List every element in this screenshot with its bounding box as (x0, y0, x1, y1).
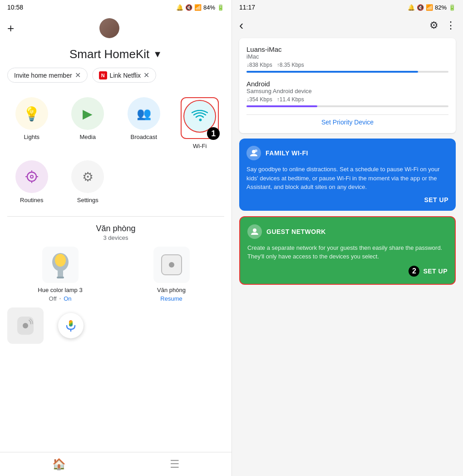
svg-point-8 (55, 254, 66, 267)
family-wifi-card: FAMILY WI-FI Say goodbye to online distr… (239, 139, 456, 211)
guest-network-setup-row: 2 SET UP (247, 266, 448, 277)
settings-button[interactable]: ⚙ (429, 20, 438, 31)
grid-item-media[interactable]: ▶ Media (60, 92, 116, 155)
family-wifi-header: FAMILY WI-FI (246, 146, 448, 160)
vanphong-name: Văn phòng (157, 287, 186, 293)
status-separator: • (59, 296, 61, 301)
right-alarm-icon: 🔔 (408, 4, 415, 11)
luans-imac-stats: ↓838 Kbps ↑8.35 Kbps (246, 62, 448, 68)
lights-label: Lights (24, 134, 39, 140)
media-label: Media (80, 134, 96, 140)
left-top-bar: + (0, 15, 232, 44)
family-wifi-title: FAMILY WI-FI (266, 149, 308, 157)
alarm-icon: 🔔 (176, 4, 183, 11)
step-2-badge: 2 (409, 266, 419, 277)
guest-network-icon (247, 224, 262, 239)
broadcast-circle: 👥 (128, 97, 160, 130)
vanphong-icon-box (153, 247, 190, 283)
back-button[interactable]: ‹ (239, 18, 243, 33)
hue-lamp-icon-box (42, 247, 79, 283)
routines-circle (15, 160, 48, 193)
mic-button[interactable] (58, 313, 84, 338)
grid-item-lights[interactable]: 💡 Lights (4, 92, 60, 155)
right-status-bar: 11:17 🔔 🔇 📶 82% 🔋 (232, 0, 463, 15)
netflix-chip[interactable]: N Link Netflix ✕ (92, 68, 156, 83)
hue-lamp-off-button[interactable]: Off (49, 295, 57, 302)
hue-lamp-name: Hue color lamp 3 (38, 287, 82, 293)
family-wifi-body: Say goodbye to online distractions. Set … (246, 165, 448, 192)
luans-imac-name: Luans-iMac (246, 45, 448, 53)
room-section: Văn phòng 3 devices (0, 218, 232, 241)
vanphong-resume-button[interactable]: Resume (160, 295, 182, 302)
grid-item-broadcast[interactable]: 👥 Broadcast (116, 92, 172, 155)
svg-rect-10 (57, 277, 64, 278)
routines-label: Routines (20, 197, 43, 203)
right-battery-text: 82% (435, 4, 447, 11)
grid-item-settings[interactable]: ⚙ Settings (60, 155, 116, 209)
family-wifi-setup-button[interactable]: SET UP (424, 196, 448, 203)
room-title: Văn phòng (7, 224, 224, 233)
more-options-button[interactable]: ⋮ (446, 20, 456, 31)
right-top-icons: ⚙ ⋮ (429, 20, 456, 31)
mute-icon: 🔇 (185, 4, 192, 11)
invite-chip[interactable]: Invite home member ✕ (7, 68, 88, 83)
avatar[interactable] (99, 18, 119, 38)
svg-point-19 (253, 228, 256, 232)
guest-network-body: Create a separate network for your guest… (247, 243, 448, 261)
netflix-chip-close[interactable]: ✕ (143, 71, 149, 79)
avatar-image (99, 18, 119, 38)
vanphong-status-row: Resume (160, 295, 182, 302)
home-title: Smart HomeKit (69, 47, 149, 61)
android-stats: ↓354 Kbps ↑11.4 Kbps (246, 96, 448, 103)
luans-imac-type: iMac (246, 53, 448, 60)
home-title-row: Smart HomeKit ▼ (0, 47, 232, 61)
wifi-icon-status: 📶 (194, 4, 202, 11)
android-type: Samsung Android device (246, 88, 448, 94)
set-priority-button[interactable]: Set Priority Device (246, 114, 448, 126)
left-status-icons: 🔔 🔇 📶 84% 🔋 (176, 4, 224, 11)
family-wifi-icon (246, 146, 261, 160)
android-name: Android (246, 80, 448, 88)
hue-lamp-on-button[interactable]: On (64, 295, 71, 302)
home-nav-button[interactable]: 🏠 (52, 458, 66, 471)
netflix-icon: N (99, 71, 107, 79)
guest-network-title: GUEST NETWORK (266, 228, 326, 235)
left-time: 10:58 (7, 4, 23, 11)
grid-item-wifi[interactable]: 1 Wi-Fi (172, 92, 228, 155)
left-status-bar: 10:58 🔔 🔇 📶 84% 🔋 (0, 0, 232, 15)
step-1-badge: 1 (207, 127, 220, 140)
luans-imac-item: Luans-iMac iMac ↓838 Kbps ↑8.35 Kbps (246, 45, 448, 73)
family-wifi-setup-row: SET UP (246, 196, 448, 203)
list-nav-button[interactable]: ☰ (170, 458, 180, 471)
wifi-highlight-box: 1 (181, 97, 219, 139)
battery-text: 84% (203, 4, 215, 11)
invite-chip-close[interactable]: ✕ (75, 71, 81, 79)
right-status-icons: 🔔 🔇 📶 82% 🔋 (408, 4, 456, 11)
hue-lamp-card: Hue color lamp 3 Off • On (7, 247, 113, 302)
android-progress-bar (246, 105, 448, 107)
add-button[interactable]: + (7, 21, 14, 35)
right-top-bar: ‹ ⚙ ⋮ (232, 15, 463, 36)
svg-point-6 (31, 176, 33, 178)
guest-network-setup-button[interactable]: SET UP (423, 268, 448, 275)
settings-label: Settings (77, 197, 99, 203)
svg-point-18 (255, 149, 257, 152)
grid-divider (7, 216, 224, 217)
right-time: 11:17 (239, 4, 255, 11)
android-item: Android Samsung Android device ↓354 Kbps… (246, 80, 448, 107)
chips-row: Invite home member ✕ N Link Netflix ✕ (0, 61, 232, 86)
luans-imac-progress-bar (246, 71, 448, 73)
right-battery-icon: 🔋 (448, 4, 456, 11)
right-mute-icon: 🔇 (417, 4, 424, 11)
left-panel: 10:58 🔔 🔇 📶 84% 🔋 + Smart HomeKit ▼ Invi… (0, 0, 232, 476)
device-list-card: Luans-iMac iMac ↓838 Kbps ↑8.35 Kbps And… (239, 38, 456, 133)
device-cards-row: Hue color lamp 3 Off • On Văn phòng Resu… (0, 241, 232, 307)
dropdown-arrow-icon[interactable]: ▼ (153, 49, 162, 60)
grid-item-routines[interactable]: Routines (4, 155, 60, 209)
right-wifi-icon: 📶 (426, 4, 433, 11)
device-grid: 💡 Lights ▶ Media 👥 Broadcast (0, 86, 232, 214)
svg-rect-15 (69, 320, 73, 327)
vanphong-card: Văn phòng Resume (118, 247, 224, 302)
bottom-nav: 🏠 ☰ (0, 452, 232, 476)
luans-imac-progress-fill (246, 71, 418, 73)
